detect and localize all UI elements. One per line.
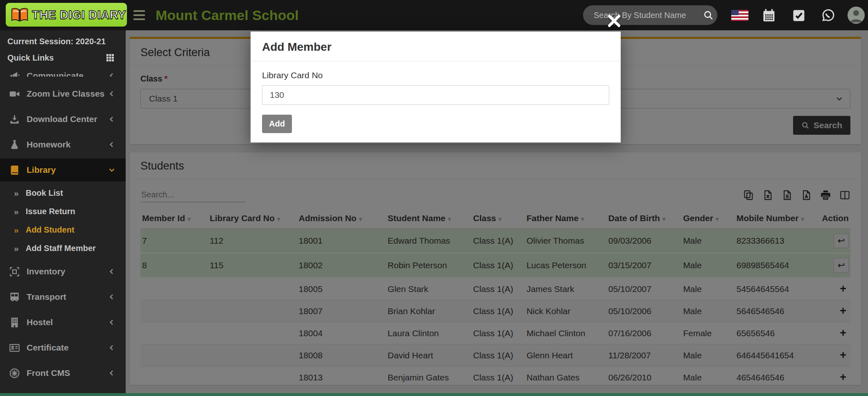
inventory-icon <box>9 266 20 277</box>
sidebar-menu: CommunicateZoom Live ClassesDownload Cen… <box>0 70 126 385</box>
sidebar-item-clipped-wrapper: Communicate <box>0 70 126 77</box>
globe-icon <box>9 368 20 379</box>
sidebar-subitem-label: Issue Return <box>26 207 75 216</box>
sidebar-item-label: Inventory <box>27 267 66 276</box>
calendar-icon[interactable] <box>762 8 776 23</box>
chevron-left-icon <box>108 72 116 77</box>
chevron-left-icon <box>108 267 116 276</box>
add-button[interactable]: Add <box>262 115 292 133</box>
sidebar: Current Session: 2020-21 Quick Links Com… <box>0 30 126 396</box>
search-icon[interactable] <box>703 10 714 20</box>
idcard-icon <box>9 342 20 353</box>
student-search-box[interactable] <box>583 5 717 25</box>
sidebar-item-library[interactable]: Library <box>0 158 126 181</box>
sidebar-item-homework[interactable]: Homework <box>0 133 126 156</box>
chevron-down-icon <box>108 166 116 174</box>
user-icon <box>848 7 865 24</box>
sidebar-item-label: Hostel <box>27 317 53 327</box>
sidebar-item-label: Homework <box>27 140 70 149</box>
sidebar-item-download-center[interactable]: Download Center <box>0 108 126 131</box>
sidebar-item-label: Transport <box>27 292 66 302</box>
sidebar-item-label: Zoom Live Classes <box>27 89 104 99</box>
us-flag-icon[interactable] <box>731 10 748 21</box>
sidebar-subitem-add-staff-member[interactable]: »Add Staff Member <box>0 239 126 258</box>
sidebar-item-transport[interactable]: Transport <box>0 285 126 308</box>
grid-icon[interactable] <box>105 53 115 63</box>
school-name: Mount Carmel School <box>156 7 298 23</box>
library-card-no-label: Library Card No <box>262 70 609 80</box>
quick-links[interactable]: Quick Links <box>0 48 126 67</box>
modal-title: Add Member <box>262 41 332 53</box>
close-icon[interactable] <box>606 13 622 29</box>
sidebar-subitem-label: Add Staff Member <box>26 244 96 253</box>
logo-text: THE DIGI DIARY <box>32 8 126 22</box>
profile-avatar[interactable] <box>848 7 865 24</box>
sidebar-item-inventory[interactable]: Inventory <box>0 260 126 283</box>
top-navbar: THE DIGI DIARY Mount Carmel School <box>0 0 868 30</box>
sidebar-item-label: Front CMS <box>27 368 70 378</box>
chevron-left-icon <box>108 369 116 377</box>
app-root: THE DIGI DIARY Mount Carmel School Curre… <box>0 0 868 396</box>
chevron-left-icon <box>108 90 116 98</box>
open-book-logo-icon <box>11 7 29 23</box>
chevron-left-icon <box>108 344 116 352</box>
double-arrow-icon: » <box>14 188 19 198</box>
download-icon <box>9 114 20 125</box>
double-arrow-icon: » <box>14 225 19 235</box>
app-logo[interactable]: THE DIGI DIARY <box>6 3 127 27</box>
chevron-left-icon <box>108 318 116 326</box>
building-icon <box>9 317 20 328</box>
whatsapp-icon[interactable] <box>821 8 835 23</box>
sidebar-subitem-label: Add Student <box>26 225 75 235</box>
add-member-modal: Add Member Library Card No Add <box>251 32 621 143</box>
hamburger-menu-icon[interactable] <box>133 10 145 20</box>
sidebar-item-zoom-live-classes[interactable]: Zoom Live Classes <box>0 82 126 105</box>
sidebar-subitem-book-list[interactable]: »Book List <box>0 184 126 202</box>
sidebar-item-label: Download Center <box>27 114 97 124</box>
megaphone-icon <box>9 70 20 77</box>
book-icon <box>9 165 20 176</box>
flask-icon <box>9 139 20 150</box>
sidebar-item-front-cms[interactable]: Front CMS <box>0 362 126 385</box>
current-session-label: Current Session: 2020-21 <box>0 30 126 48</box>
library-card-no-input[interactable] <box>262 85 609 105</box>
video-icon <box>9 88 20 100</box>
sidebar-item-hostel[interactable]: Hostel <box>0 311 126 334</box>
double-arrow-icon: » <box>14 244 19 253</box>
double-arrow-icon: » <box>14 207 19 217</box>
chevron-left-icon <box>108 140 116 149</box>
chevron-left-icon <box>108 115 116 123</box>
quick-links-label: Quick Links <box>7 53 54 63</box>
sidebar-item-label: Library <box>27 165 56 175</box>
sidebar-subitem-label: Book List <box>26 188 63 198</box>
sidebar-subitem-issue-return[interactable]: »Issue Return <box>0 202 126 221</box>
sidebar-item-certificate[interactable]: Certificate <box>0 336 126 359</box>
tasks-check-icon[interactable] <box>791 8 806 23</box>
sidebar-item-label: Certificate <box>27 343 69 353</box>
bottom-accent-strip <box>0 393 868 396</box>
bus-icon <box>9 292 20 303</box>
sidebar-subitem-add-student[interactable]: »Add Student <box>0 221 126 239</box>
chevron-left-icon <box>108 293 116 301</box>
sidebar-item-label: Communicate <box>27 71 84 77</box>
sidebar-item-communicate[interactable]: Communicate <box>0 70 126 77</box>
